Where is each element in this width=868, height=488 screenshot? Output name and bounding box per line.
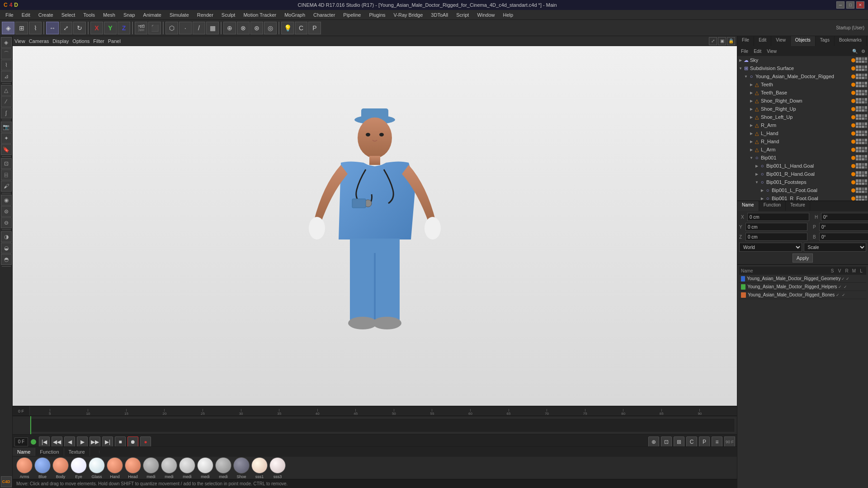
expand-subsurf[interactable]: ▼ bbox=[738, 66, 743, 70]
go-start-button[interactable]: |◀ bbox=[39, 436, 50, 447]
menu-item-mesh[interactable]: Mesh bbox=[99, 11, 119, 19]
material-create-tab[interactable]: Name bbox=[13, 448, 35, 456]
material-swatch-5[interactable]: Hand bbox=[107, 457, 123, 479]
vis-dot-bip001_r_hand_goal[interactable] bbox=[851, 172, 855, 176]
om-toolbar-view[interactable]: View bbox=[765, 48, 778, 54]
snap2-button[interactable]: ⊗ bbox=[237, 22, 250, 34]
camera-tool[interactable]: 📷 bbox=[1, 122, 12, 132]
expand-bip001_r_foot_goal[interactable]: ▶ bbox=[760, 197, 764, 201]
attr-row-0[interactable]: Young_Asian_Male_Doctor_Rigged_Geometry … bbox=[739, 275, 866, 283]
scale-tool-button[interactable]: ⤢ bbox=[60, 22, 72, 34]
object-tool[interactable]: ◈ bbox=[1, 37, 12, 48]
tab-bookmarks[interactable]: Bookmarks bbox=[835, 36, 867, 46]
menu-item-sculpt[interactable]: Sculpt bbox=[218, 11, 239, 19]
minimize-button[interactable]: ─ bbox=[836, 1, 844, 9]
tree-item-bip001_l_hand_goal[interactable]: ▶ ○ Bip001_L_Hand.Goal bbox=[737, 162, 868, 170]
tree-item-bip001_l_foot_goal[interactable]: ▶ ○ Bip001_L_Foot.Goal bbox=[737, 186, 868, 194]
snap-button[interactable]: ⊕ bbox=[223, 22, 236, 34]
plugin2-button[interactable]: P bbox=[308, 22, 321, 34]
tree-item-r_hand[interactable]: ▶ △ R_Hand bbox=[737, 137, 868, 145]
menu-item-3dtoall[interactable]: 3DToAll bbox=[427, 11, 452, 19]
filter-menu[interactable]: Filter bbox=[93, 38, 104, 44]
menu-item-character[interactable]: Character bbox=[310, 11, 339, 19]
tree-item-bip001_r_foot_goal[interactable]: ▶ ○ Bip001_R_Foot.Goal bbox=[737, 194, 868, 201]
menu-item-snap[interactable]: Snap bbox=[120, 11, 139, 19]
poly-select-button[interactable]: ▦ bbox=[206, 22, 219, 34]
attr-row-1[interactable]: Young_Asian_Male_Doctor_Rigged_Helpers ✓… bbox=[739, 283, 866, 291]
vis-dot-teeth_base[interactable] bbox=[851, 91, 855, 95]
attr-tab-texture[interactable]: Texture bbox=[786, 201, 810, 211]
material-swatch-2[interactable]: Body bbox=[52, 457, 69, 479]
tree-item-subsurf[interactable]: ▼ ⊞ Subdivision Surface bbox=[737, 64, 868, 72]
h-input[interactable] bbox=[821, 213, 868, 221]
tree-item-shoe_right_down[interactable]: ▶ △ Shoe_Right_Down bbox=[737, 97, 868, 105]
scale-dropdown[interactable]: Scale bbox=[804, 243, 867, 252]
material-swatch-3[interactable]: Eye bbox=[71, 457, 87, 479]
y-input[interactable] bbox=[745, 223, 807, 231]
eyedrop-tool[interactable]: ◒ bbox=[1, 243, 12, 253]
vis-dot-sky[interactable] bbox=[851, 58, 855, 62]
vis-dot-bip001_l_foot_goal[interactable] bbox=[851, 188, 855, 192]
menu-item-edit[interactable]: Edit bbox=[18, 11, 34, 19]
tab-edit[interactable]: Edit bbox=[754, 36, 771, 46]
material-swatch-14[interactable]: sss3 bbox=[269, 457, 286, 479]
menu-item-script[interactable]: Script bbox=[453, 11, 472, 19]
brush-tool[interactable]: 🖌 bbox=[1, 181, 12, 192]
material-swatch-6[interactable]: Head bbox=[125, 457, 141, 479]
menu-item-pipeline[interactable]: Pipeline bbox=[340, 11, 364, 19]
vis-dot-shoe_right_up[interactable] bbox=[851, 107, 855, 111]
om-search-icon[interactable]: 🔍 bbox=[851, 49, 859, 54]
material-swatch-7[interactable]: medi bbox=[143, 457, 159, 479]
play-reverse-button[interactable]: ◀ bbox=[64, 436, 75, 447]
model-mode-button[interactable]: ◈ bbox=[2, 22, 14, 34]
vp-btn5[interactable]: P bbox=[699, 436, 710, 447]
vis-dot-bip001_r_foot_goal[interactable] bbox=[851, 197, 855, 201]
magnet-tool[interactable]: ⊜ bbox=[1, 206, 12, 217]
attr-tab-name[interactable]: Name bbox=[737, 201, 759, 211]
vp-btn2[interactable]: ⊡ bbox=[661, 436, 672, 447]
expand-r_arm[interactable]: ▶ bbox=[749, 123, 754, 127]
vp-btn6[interactable]: ≡ bbox=[712, 436, 722, 447]
vis-dot-r_hand[interactable] bbox=[851, 140, 855, 144]
menu-item-v-ray-bridge[interactable]: V-Ray Bridge bbox=[390, 11, 427, 19]
obj-select-button[interactable]: ⬡ bbox=[165, 22, 178, 34]
close-button[interactable]: ✕ bbox=[856, 1, 864, 9]
menu-item-motion-tracker[interactable]: Motion Tracker bbox=[240, 11, 280, 19]
vis-dot-bip001_l_hand_goal[interactable] bbox=[851, 164, 855, 168]
record-button[interactable]: ⏺ bbox=[127, 436, 138, 447]
vis-dot-r_arm[interactable] bbox=[851, 123, 855, 127]
expand-l_hand[interactable]: ▶ bbox=[749, 131, 754, 136]
tab-objects[interactable]: Objects bbox=[791, 36, 816, 46]
x-input[interactable] bbox=[747, 213, 809, 221]
material-swatch-13[interactable]: sss1 bbox=[251, 457, 268, 479]
expand-shoe_left_up[interactable]: ▶ bbox=[749, 115, 754, 119]
viewport-expand-btn[interactable]: ⤢ bbox=[709, 37, 717, 45]
3d-viewport[interactable] bbox=[13, 46, 737, 406]
texture-mode-button[interactable]: ⊞ bbox=[15, 22, 28, 34]
select-live-tool[interactable]: ⊡ bbox=[1, 158, 12, 169]
next-frame-button[interactable]: ▶▶ bbox=[90, 436, 100, 447]
rotate-tool-button[interactable]: ↻ bbox=[73, 22, 86, 34]
spline-tool[interactable]: ⌒ bbox=[1, 48, 12, 59]
om-toolbar-file[interactable]: File bbox=[739, 48, 750, 54]
tree-item-sky[interactable]: ▶ ☁ Sky bbox=[737, 56, 868, 64]
tab-file[interactable]: File bbox=[737, 36, 754, 46]
material-tool[interactable]: ◑ bbox=[1, 231, 12, 242]
menu-item-file[interactable]: File bbox=[2, 11, 17, 19]
knife-tool[interactable]: ⌸ bbox=[1, 169, 12, 180]
expand-young_asian[interactable]: ▼ bbox=[744, 75, 748, 79]
tree-item-r_arm[interactable]: ▶ △ R_Arm bbox=[737, 121, 868, 129]
z-input[interactable] bbox=[745, 233, 807, 241]
expand-l_arm[interactable]: ▶ bbox=[749, 148, 754, 152]
y-axis-button[interactable]: Y bbox=[104, 22, 117, 34]
row-v-1[interactable]: ✓ bbox=[843, 285, 848, 289]
expand-shoe_right_up[interactable]: ▶ bbox=[749, 107, 754, 111]
view-menu[interactable]: View bbox=[14, 38, 25, 44]
vp-btn4[interactable]: C bbox=[686, 436, 697, 447]
vis-dot-shoe_right_down[interactable] bbox=[851, 99, 855, 103]
expand-teeth[interactable]: ▶ bbox=[749, 83, 754, 87]
tree-item-bip001[interactable]: ▼ ○ Bip001 bbox=[737, 154, 868, 162]
material-swatch-11[interactable]: medi bbox=[215, 457, 231, 479]
om-settings-icon[interactable]: ⚙ bbox=[860, 49, 866, 54]
window-controls[interactable]: ─ □ ✕ bbox=[836, 1, 864, 9]
